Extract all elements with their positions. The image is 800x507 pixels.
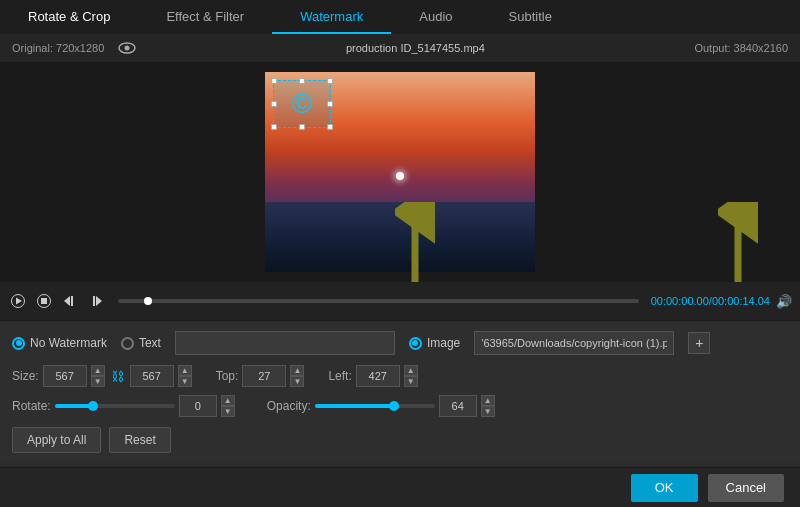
text-watermark-option[interactable]: Text	[121, 336, 161, 350]
volume-icon[interactable]: 🔊	[776, 294, 792, 309]
video-area: ©	[0, 62, 800, 282]
total-time: 00:00:14.04	[712, 295, 770, 307]
rotate-spinner[interactable]: ▲ ▼	[221, 395, 235, 417]
svg-marker-10	[64, 296, 70, 306]
left-up[interactable]: ▲	[404, 365, 418, 376]
output-resolution: Output: 3840x2160	[694, 42, 788, 54]
arrow-right	[718, 202, 758, 282]
handle-top-middle[interactable]	[299, 78, 305, 84]
opacity-slider-thumb[interactable]	[389, 401, 399, 411]
rotate-slider-thumb[interactable]	[88, 401, 98, 411]
left-label: Left:	[328, 369, 351, 383]
tab-bar: Rotate & Crop Effect & Filter Watermark …	[0, 0, 800, 34]
watermark-type-row: No Watermark Text Image +	[12, 331, 788, 355]
size-height-input[interactable]	[130, 365, 174, 387]
ok-button[interactable]: OK	[631, 474, 698, 502]
bottom-bar: OK Cancel	[0, 467, 800, 507]
apply-row: Apply to All Reset	[12, 427, 788, 453]
handle-bottom-right[interactable]	[327, 124, 333, 130]
opacity-group: Opacity: ▲ ▼	[267, 395, 495, 417]
rotate-slider-track[interactable]	[55, 404, 175, 408]
play-button[interactable]	[8, 291, 28, 311]
time-display: 00:00:00.00/00:00:14.04	[651, 295, 770, 307]
opacity-spinner[interactable]: ▲ ▼	[481, 395, 495, 417]
add-image-button[interactable]: +	[688, 332, 710, 354]
opacity-input[interactable]	[439, 395, 477, 417]
svg-marker-12	[96, 296, 102, 306]
size-height-spinner[interactable]: ▲ ▼	[178, 365, 192, 387]
opacity-slider-track[interactable]	[315, 404, 435, 408]
left-spinner[interactable]: ▲ ▼	[404, 365, 418, 387]
handle-bottom-left[interactable]	[271, 124, 277, 130]
size-top-left-row: Size: ▲ ▼ ⛓ ▲ ▼ Top: ▲ ▼ Left:	[12, 365, 788, 387]
watermark-symbol: ©	[292, 88, 313, 120]
top-up[interactable]: ▲	[290, 365, 304, 376]
opacity-up[interactable]: ▲	[481, 395, 495, 406]
handle-bottom-middle[interactable]	[299, 124, 305, 130]
opacity-label: Opacity:	[267, 399, 311, 413]
handle-top-right[interactable]	[327, 78, 333, 84]
text-watermark-radio[interactable]	[121, 337, 134, 350]
water-reflection	[265, 202, 535, 272]
no-watermark-option[interactable]: No Watermark	[12, 336, 107, 350]
image-path-input[interactable]	[474, 331, 674, 355]
handle-middle-left[interactable]	[271, 101, 277, 107]
svg-point-1	[125, 46, 130, 51]
size-label: Size:	[12, 369, 39, 383]
link-icon[interactable]: ⛓	[109, 369, 126, 384]
size-width-down[interactable]: ▼	[91, 376, 105, 387]
image-watermark-option[interactable]: Image	[409, 336, 460, 350]
tab-rotate-crop[interactable]: Rotate & Crop	[0, 0, 138, 34]
opacity-down[interactable]: ▼	[481, 406, 495, 417]
opacity-slider-container	[315, 404, 435, 408]
size-width-spinner[interactable]: ▲ ▼	[91, 365, 105, 387]
left-group: Left: ▲ ▼	[328, 365, 417, 387]
skip-forward-button[interactable]	[86, 291, 106, 311]
size-width-input[interactable]	[43, 365, 87, 387]
skip-back-button[interactable]	[60, 291, 80, 311]
rotate-group: Rotate: ▲ ▼	[12, 395, 235, 417]
playback-controls: 00:00:00.00/00:00:14.04 🔊	[0, 282, 800, 320]
left-down[interactable]: ▼	[404, 376, 418, 387]
original-resolution: Original: 720x1280	[12, 42, 104, 54]
current-time: 00:00:00.00	[651, 295, 709, 307]
rotate-slider-fill	[55, 404, 91, 408]
filename: production ID_5147455.mp4	[346, 42, 485, 54]
rotate-up[interactable]: ▲	[221, 395, 235, 406]
file-info-bar: Original: 720x1280 production ID_5147455…	[0, 34, 800, 62]
svg-rect-13	[93, 296, 95, 306]
reset-button[interactable]: Reset	[109, 427, 170, 453]
size-width-up[interactable]: ▲	[91, 365, 105, 376]
text-watermark-label: Text	[139, 336, 161, 350]
rotate-slider-container	[55, 404, 175, 408]
top-spinner[interactable]: ▲ ▼	[290, 365, 304, 387]
apply-to-all-button[interactable]: Apply to All	[12, 427, 101, 453]
size-height-down[interactable]: ▼	[178, 376, 192, 387]
top-label: Top:	[216, 369, 239, 383]
text-watermark-input[interactable]	[175, 331, 395, 355]
handle-middle-right[interactable]	[327, 101, 333, 107]
video-preview: ©	[265, 72, 535, 272]
progress-thumb[interactable]	[144, 297, 152, 305]
top-down[interactable]: ▼	[290, 376, 304, 387]
rotate-down[interactable]: ▼	[221, 406, 235, 417]
top-group: Top: ▲ ▼	[216, 365, 305, 387]
rotate-input[interactable]	[179, 395, 217, 417]
tab-watermark[interactable]: Watermark	[272, 0, 391, 34]
stop-button[interactable]	[34, 291, 54, 311]
no-watermark-label: No Watermark	[30, 336, 107, 350]
size-height-up[interactable]: ▲	[178, 365, 192, 376]
cancel-button[interactable]: Cancel	[708, 474, 784, 502]
handle-top-left[interactable]	[271, 78, 277, 84]
top-input[interactable]	[242, 365, 286, 387]
image-watermark-radio[interactable]	[409, 337, 422, 350]
tab-effect-filter[interactable]: Effect & Filter	[138, 0, 272, 34]
watermark-overlay[interactable]: ©	[273, 80, 331, 128]
rotate-label: Rotate:	[12, 399, 51, 413]
tab-audio[interactable]: Audio	[391, 0, 480, 34]
eye-icon[interactable]	[118, 42, 136, 54]
left-input[interactable]	[356, 365, 400, 387]
progress-bar[interactable]	[118, 299, 639, 303]
tab-subtitle[interactable]: Subtitle	[481, 0, 580, 34]
no-watermark-radio[interactable]	[12, 337, 25, 350]
